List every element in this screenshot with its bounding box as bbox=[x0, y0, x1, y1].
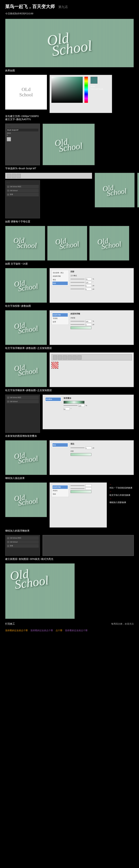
layer-item[interactable]: Old School 拷贝 bbox=[6, 536, 39, 540]
ls-item[interactable]: 外发光 bbox=[53, 489, 68, 492]
layer-style-bevel[interactable]: 斜面和浮雕 等高线 纹理 斜面和浮雕 内斜面 100% 4px bbox=[50, 310, 134, 345]
layers-panel[interactable]: 图层 Old School 拷贝 Old School 背景 bbox=[5, 180, 40, 218]
stroke-title: 描边 bbox=[71, 442, 132, 446]
like-link[interactable]: 觉得看的过去就点个赞 bbox=[30, 629, 53, 632]
layer-style-gradient[interactable]: 渐变叠加 渐变叠加 100% 90° bbox=[43, 395, 134, 429]
layer-style-stroke[interactable]: 描边 描边 3px 外部 bbox=[50, 440, 134, 475]
ls-gradient[interactable]: 渐变叠加 bbox=[46, 398, 61, 401]
like-link[interactable]: 觉得看的过去就点个赞 bbox=[65, 629, 88, 632]
ls-sidebar[interactable]: 斜面和浮雕 等高线 纹理 bbox=[51, 312, 69, 325]
eye-icon[interactable] bbox=[7, 545, 9, 547]
ls-sidebar[interactable]: 混合选项：默认 斜面和浮雕 描边 投影 bbox=[51, 270, 69, 286]
eye-icon[interactable] bbox=[7, 397, 9, 399]
char-title: 字符 bbox=[7, 125, 38, 128]
bevel-title: 斜面和浮雕 bbox=[71, 312, 132, 316]
eye-icon[interactable] bbox=[7, 401, 9, 403]
ls-bevel[interactable]: 斜面和浮雕 bbox=[53, 485, 68, 489]
tracking[interactable]: 0 bbox=[7, 134, 38, 136]
layer-item[interactable]: Old School 拷贝 bbox=[6, 185, 39, 189]
ls-item-active[interactable]: 投影 bbox=[53, 282, 68, 285]
dist-slider[interactable] bbox=[71, 285, 84, 286]
arrow-icon: ← bbox=[109, 497, 134, 501]
layers-copy[interactable]: Old School 拷贝 Old School bbox=[5, 395, 40, 433]
ls-sidebar[interactable]: 渐变叠加 bbox=[45, 397, 62, 402]
caption-letters: 如图 调整每个字母位置 bbox=[5, 220, 134, 223]
blend-mode[interactable]: 正片叠底 bbox=[71, 274, 77, 277]
contour-row[interactable] bbox=[51, 354, 132, 361]
logo-line2: School bbox=[51, 39, 93, 57]
layer-style-shadow[interactable]: 混合选项：默认 斜面和浮雕 描边 投影 投影 正片叠底 75% 120° 5px… bbox=[50, 268, 134, 303]
character-panel[interactable]: 字符 Brush Script MT 200点 0 bbox=[5, 124, 40, 165]
eye-icon[interactable] bbox=[7, 193, 9, 196]
caption-rotate: 如图 文字旋转 ~14度 bbox=[5, 262, 134, 266]
eye-icon[interactable] bbox=[7, 537, 9, 539]
ls-sidebar[interactable]: 斜面和浮雕 外发光 投影 bbox=[51, 484, 69, 497]
contour-icon[interactable] bbox=[67, 355, 72, 360]
ls-item[interactable]: 投影 bbox=[53, 492, 68, 496]
layer-style-texture[interactable] bbox=[50, 352, 134, 387]
footer-done: 打完收工 bbox=[5, 622, 15, 625]
gradient-preview[interactable] bbox=[63, 401, 84, 404]
bold-icon[interactable] bbox=[7, 137, 11, 141]
contour-icon[interactable] bbox=[73, 355, 77, 360]
layer-item[interactable]: 背景 bbox=[6, 193, 39, 196]
color-picker-panel[interactable]: 407f7c R:64 G:127 B:124 bbox=[50, 75, 112, 113]
stroke-gradient[interactable] bbox=[71, 453, 91, 456]
gloss-contour[interactable] bbox=[71, 327, 91, 329]
ls-item[interactable]: 描边 bbox=[53, 278, 68, 281]
ls-item[interactable]: 等高线 bbox=[53, 317, 68, 320]
contour-icon[interactable] bbox=[53, 355, 57, 360]
eye-icon[interactable] bbox=[7, 186, 9, 188]
layer-item[interactable]: Old School bbox=[6, 400, 39, 403]
rotate-1: OldSchool bbox=[5, 226, 45, 260]
color-gradient-field[interactable] bbox=[51, 77, 83, 103]
layer-item[interactable]: Old School bbox=[6, 189, 39, 192]
contour-icon[interactable] bbox=[77, 355, 82, 360]
contour-icon[interactable] bbox=[58, 355, 62, 360]
contour-icon[interactable] bbox=[63, 355, 67, 360]
layer-item[interactable]: 背景 bbox=[6, 544, 39, 548]
caption-bevel2: 给文字加浮雕效果~参数如图~之后复制图层 bbox=[5, 389, 134, 392]
ls-item[interactable]: 斜面和浮雕 bbox=[53, 275, 68, 278]
stroke-preview: OldSchool bbox=[5, 440, 47, 475]
layers-final[interactable]: Old School 拷贝 Old School 背景 bbox=[5, 535, 40, 556]
opacity-slider[interactable] bbox=[71, 279, 84, 279]
arrow-icon: ← bbox=[109, 483, 134, 486]
angle-slider[interactable] bbox=[71, 282, 84, 283]
plain-line2: School bbox=[19, 92, 33, 98]
annotation-block: ← 对比一下加深前后的效果 ← 给文字加入外发光效果 ← 继续加入投影效果 bbox=[109, 483, 134, 504]
warp-icon[interactable] bbox=[17, 174, 21, 178]
rotate-2: OldSchool bbox=[47, 226, 87, 260]
pattern-swatch[interactable] bbox=[51, 362, 58, 369]
info-panel[interactable] bbox=[43, 535, 134, 556]
align-icon[interactable] bbox=[12, 174, 16, 178]
size-slider[interactable] bbox=[71, 289, 84, 289]
ls-sidebar[interactable]: 描边 bbox=[51, 442, 69, 448]
ls-item[interactable]: 纹理 bbox=[53, 320, 68, 323]
footer-schedule: 每周四次教，欢迎关注 bbox=[111, 622, 134, 625]
eye-icon[interactable] bbox=[7, 190, 9, 192]
font-size[interactable]: 200点 bbox=[7, 132, 38, 134]
like-link[interactable]: 点个赞 bbox=[56, 629, 62, 632]
shadow-preview: OldSchool bbox=[5, 268, 47, 303]
hue-slider[interactable] bbox=[84, 77, 88, 103]
caption-vivid: 建立新图层~复制图层~30%填充~模式为亮光 bbox=[5, 558, 134, 561]
type-icon[interactable] bbox=[7, 174, 11, 178]
ls-item[interactable]: 混合选项：默认 bbox=[53, 271, 68, 275]
text-toolbar[interactable] bbox=[5, 173, 92, 179]
opacity-input[interactable]: 75 bbox=[85, 278, 91, 280]
episode-number: 第九话 bbox=[58, 5, 68, 9]
ls-item-bevel[interactable]: 斜面和浮雕 bbox=[53, 313, 68, 317]
anno-1: 对比一下加深前后的效果 bbox=[109, 486, 134, 490]
font-select[interactable]: Brush Script MT bbox=[7, 129, 38, 131]
layer-item[interactable]: Old School 拷贝 bbox=[6, 396, 39, 399]
layer-item[interactable]: Old School bbox=[6, 540, 39, 544]
color-values: 407f7c R:64 G:127 B:124 bbox=[90, 85, 103, 90]
like-link[interactable]: 觉得看的过去就点个赞 bbox=[5, 629, 28, 632]
eye-icon[interactable] bbox=[7, 541, 9, 543]
letter-adjust-1: OldSchool bbox=[95, 173, 135, 208]
layer-style-bevel3[interactable]: 斜面和浮雕 外发光 投影 bbox=[50, 483, 107, 528]
layers-title: 图层 bbox=[6, 181, 39, 184]
ls-stroke[interactable]: 描边 bbox=[53, 443, 68, 447]
caption-shadow: 给文字加投影~参数如图 bbox=[5, 305, 134, 308]
